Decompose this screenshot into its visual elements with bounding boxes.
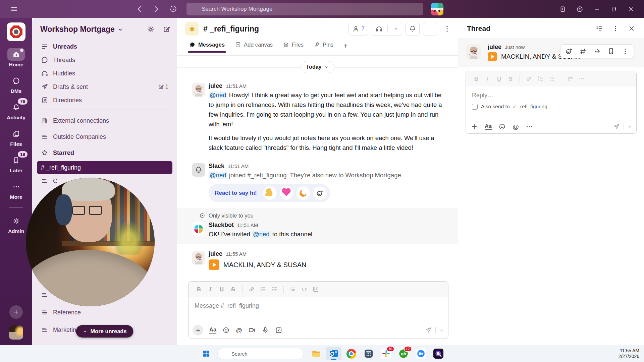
huddle-button[interactable] bbox=[372, 22, 402, 36]
avatar-slack[interactable] bbox=[192, 163, 205, 177]
avatar-julee[interactable] bbox=[466, 44, 481, 59]
bold-icon[interactable]: B bbox=[471, 74, 481, 83]
channel-search-button[interactable] bbox=[423, 22, 437, 36]
strikethrough-icon[interactable]: S bbox=[505, 74, 516, 83]
format-toggle-icon[interactable]: Aa bbox=[209, 327, 216, 334]
rail-item-home[interactable]: Home bbox=[7, 48, 25, 68]
mention-icon[interactable]: @ bbox=[513, 124, 519, 130]
sidebar-item-directories[interactable]: Directories bbox=[37, 94, 172, 107]
avatar-julee[interactable] bbox=[192, 251, 205, 264]
mention-ned[interactable]: @ned bbox=[209, 92, 227, 99]
italic-icon[interactable]: I bbox=[205, 285, 215, 294]
new-window-icon[interactable] bbox=[559, 6, 566, 13]
message-input[interactable]: Message #_refi_figuring bbox=[189, 297, 448, 309]
sidebar-channel-refi-figuring[interactable]: # _refi_figuring bbox=[37, 161, 172, 174]
sidebar-item-drafts[interactable]: Drafts & sent 1 bbox=[37, 80, 172, 94]
sparkling-heart-emoji-button[interactable] bbox=[280, 186, 293, 200]
more-unreads-button[interactable]: More unreads bbox=[76, 325, 133, 338]
bullet-list-icon[interactable] bbox=[271, 286, 278, 293]
send-options-icon[interactable] bbox=[627, 124, 632, 129]
taskbar-zoom[interactable] bbox=[413, 347, 429, 360]
message-author[interactable]: julee bbox=[209, 250, 222, 257]
reply-input[interactable]: Reply… bbox=[466, 86, 636, 99]
create-new-button[interactable] bbox=[9, 305, 23, 319]
taskbar-camera-app[interactable] bbox=[431, 347, 446, 360]
code-icon[interactable] bbox=[301, 286, 308, 293]
blockquote-icon[interactable] bbox=[289, 286, 296, 293]
taskbar-search-input[interactable]: Search bbox=[217, 348, 304, 359]
taskbar-file-explorer[interactable] bbox=[309, 347, 324, 360]
taskbar-quickbooks[interactable]: qb 17 bbox=[396, 347, 411, 360]
also-send-checkbox[interactable] bbox=[472, 104, 478, 110]
attach-button[interactable] bbox=[193, 325, 203, 336]
notifications-button[interactable] bbox=[406, 22, 420, 36]
taskbar-outlook[interactable] bbox=[326, 347, 341, 360]
global-search-input[interactable]: Search Workshop Mortgage bbox=[186, 3, 423, 15]
link-icon[interactable] bbox=[526, 75, 532, 82]
send-button[interactable] bbox=[425, 326, 432, 334]
code-block-icon[interactable] bbox=[312, 286, 319, 293]
thread-list-icon[interactable] bbox=[596, 25, 603, 32]
channel-members-button[interactable]: 7 bbox=[348, 22, 368, 36]
channel-more-icon[interactable] bbox=[443, 25, 451, 33]
message-author[interactable]: julee bbox=[488, 44, 501, 51]
croissant-emoji-button[interactable] bbox=[297, 186, 310, 200]
more-formatting-icon[interactable] bbox=[578, 75, 585, 82]
channel-star-button[interactable] bbox=[185, 22, 199, 36]
save-for-later-icon[interactable] bbox=[607, 48, 615, 55]
emoji-picker-icon[interactable] bbox=[222, 326, 230, 334]
forward-icon[interactable] bbox=[593, 48, 601, 55]
taskbar-slack[interactable]: 76 bbox=[378, 347, 394, 360]
blockquote-icon[interactable] bbox=[567, 75, 574, 82]
sidebar-item-huddles[interactable]: Huddles bbox=[37, 67, 172, 80]
ordered-list-icon[interactable] bbox=[260, 286, 266, 293]
mention-ned[interactable]: @ned bbox=[252, 231, 271, 238]
add-reaction-button[interactable] bbox=[313, 186, 327, 200]
thread-more-icon[interactable] bbox=[612, 25, 619, 32]
message-author[interactable]: Slackbot bbox=[209, 222, 234, 229]
rail-item-later[interactable]: 18 Later bbox=[7, 154, 25, 174]
rail-item-activity[interactable]: 76 Activity bbox=[7, 101, 25, 121]
add-reaction-icon[interactable] bbox=[565, 48, 573, 55]
message-author[interactable]: julee bbox=[209, 82, 222, 89]
react-prompt-link[interactable]: React to say hi! bbox=[215, 190, 257, 196]
send-button[interactable] bbox=[613, 123, 620, 130]
workspace-logo[interactable] bbox=[7, 22, 25, 41]
attach-button[interactable] bbox=[471, 123, 478, 130]
hamburger-menu-icon[interactable] bbox=[10, 5, 18, 13]
rail-item-files[interactable]: Files bbox=[7, 127, 25, 147]
send-options-icon[interactable] bbox=[439, 328, 444, 333]
add-tab-button[interactable]: + bbox=[343, 42, 348, 54]
mention-icon[interactable]: @ bbox=[236, 327, 242, 334]
close-icon[interactable] bbox=[628, 25, 635, 32]
bold-icon[interactable]: B bbox=[194, 285, 204, 294]
avatar-slackbot[interactable] bbox=[192, 222, 205, 236]
sidebar-item-threads[interactable]: Threads bbox=[37, 53, 172, 67]
window-minimize-icon[interactable] bbox=[593, 6, 600, 13]
history-back-icon[interactable] bbox=[136, 5, 144, 13]
strikethrough-icon[interactable]: S bbox=[228, 285, 238, 294]
play-icon[interactable] bbox=[488, 52, 497, 61]
tab-add-canvas[interactable]: Add canvas bbox=[235, 42, 273, 53]
emoji-picker-icon[interactable] bbox=[498, 123, 506, 130]
history-forward-icon[interactable] bbox=[152, 5, 160, 13]
sidebar-item-reference[interactable]: Reference bbox=[37, 306, 172, 319]
video-clip-icon[interactable] bbox=[248, 326, 256, 334]
mention-ned[interactable]: @ned bbox=[209, 172, 227, 179]
sidebar-item-external-connections[interactable]: External connections bbox=[37, 113, 172, 129]
format-toggle-icon[interactable]: Aa bbox=[485, 123, 492, 130]
date-divider-pill[interactable]: Today bbox=[301, 61, 335, 73]
rail-item-dms[interactable]: DMs bbox=[7, 74, 25, 94]
shortcuts-icon[interactable] bbox=[275, 326, 282, 334]
start-button[interactable] bbox=[199, 347, 214, 360]
sidebar-section-starred[interactable]: Starred bbox=[37, 145, 172, 161]
workspace-switcher[interactable]: Workshop Mortgage bbox=[40, 25, 123, 34]
play-icon[interactable] bbox=[209, 259, 219, 270]
tab-pins[interactable]: Pins bbox=[314, 42, 333, 53]
audio-clip-icon[interactable] bbox=[262, 326, 269, 334]
more-actions-icon[interactable] bbox=[622, 48, 629, 55]
sidebar-settings-icon[interactable] bbox=[147, 25, 155, 33]
sidebar-item-unreads[interactable]: Unreads bbox=[37, 40, 172, 53]
history-icon[interactable] bbox=[169, 5, 177, 13]
rail-item-admin[interactable]: Admin bbox=[7, 215, 25, 234]
